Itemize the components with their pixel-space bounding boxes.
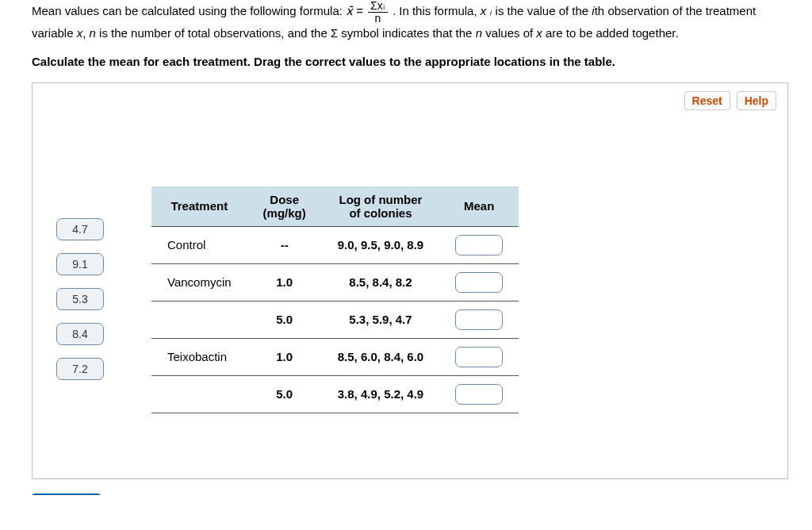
- instruction-text: Calculate the mean for each treatment. D…: [32, 55, 788, 68]
- chip-value[interactable]: 4.7: [56, 218, 104, 240]
- cell-values: 8.5, 8.4, 8.2: [322, 263, 439, 301]
- cell-values: 5.3, 5.9, 4.7: [322, 301, 439, 338]
- chip-value[interactable]: 5.3: [56, 288, 104, 310]
- cell-treatment: Vancomycin: [151, 263, 247, 301]
- cell-dose: 1.0: [247, 263, 322, 301]
- cell-treatment: Teixobactin: [151, 338, 247, 375]
- cell-dose: 1.0: [247, 338, 322, 375]
- reset-button[interactable]: Reset: [684, 91, 730, 110]
- chip-value[interactable]: 7.2: [56, 358, 104, 380]
- table-row: Control -- 9.0, 9.5, 9.0, 8.9: [151, 226, 519, 263]
- cell-treatment: [151, 301, 247, 338]
- cell-mean: [439, 226, 519, 263]
- chip-value[interactable]: 8.4: [56, 323, 104, 345]
- drop-slot[interactable]: [455, 347, 503, 367]
- cell-mean: [439, 338, 519, 375]
- cell-dose: 5.0: [247, 301, 322, 338]
- drop-slot[interactable]: [455, 235, 503, 255]
- cell-treatment: [151, 375, 247, 413]
- cell-treatment: Control: [151, 226, 247, 263]
- draggable-values: 4.7 9.1 5.3 8.4 7.2: [56, 218, 104, 380]
- table-row: Vancomycin 1.0 8.5, 8.4, 8.2: [151, 263, 519, 301]
- intro-text: Mean values can be calculated using the …: [32, 0, 788, 43]
- col-dose: Dose(mg/kg): [247, 186, 322, 227]
- cell-mean: [439, 263, 519, 301]
- chip-value[interactable]: 9.1: [56, 253, 104, 275]
- col-mean: Mean: [439, 186, 519, 227]
- cell-values: 9.0, 9.5, 9.0, 8.9: [322, 226, 439, 263]
- table-row: 5.0 3.8, 4.9, 5.2, 4.9: [151, 375, 519, 413]
- drop-slot[interactable]: [455, 384, 503, 405]
- cell-values: 3.8, 4.9, 5.2, 4.9: [322, 375, 439, 413]
- cell-values: 8.5, 6.0, 8.4, 6.0: [322, 338, 439, 375]
- help-button[interactable]: Help: [737, 91, 776, 110]
- col-treatment: Treatment: [151, 186, 247, 227]
- submit-button[interactable]: Submit: [32, 494, 101, 495]
- table-row: 5.0 5.3, 5.9, 4.7: [151, 301, 519, 338]
- interaction-panel: Reset Help 4.7 9.1 5.3 8.4 7.2 Treatment…: [32, 83, 788, 479]
- data-table: Treatment Dose(mg/kg) Log of numberof co…: [151, 186, 519, 413]
- col-log: Log of numberof colonies: [322, 186, 439, 227]
- cell-dose: --: [247, 226, 322, 263]
- cell-dose: 5.0: [247, 375, 322, 413]
- table-row: Teixobactin 1.0 8.5, 6.0, 8.4, 6.0: [151, 338, 519, 375]
- cell-mean: [439, 301, 519, 338]
- cell-mean: [439, 375, 519, 413]
- drop-slot[interactable]: [455, 309, 503, 330]
- drop-slot[interactable]: [455, 272, 503, 293]
